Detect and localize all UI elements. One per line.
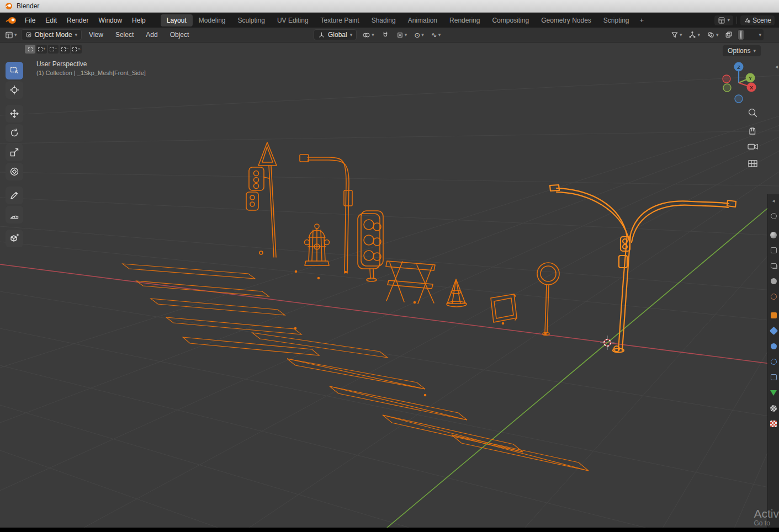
- wireframe-small-traffic-signal[interactable]: [246, 167, 269, 210]
- workspace-tab-uv-editing[interactable]: UV Editing: [271, 14, 315, 26]
- visibility-filter-button[interactable]: ▾: [669, 30, 684, 40]
- properties-tab-constraints[interactable]: [770, 374, 778, 381]
- sidebar-collapse-arrow[interactable]: ◂: [775, 63, 778, 70]
- properties-tab-scene[interactable]: [770, 278, 778, 285]
- orthographic-toggle-button[interactable]: [749, 161, 757, 167]
- options-dropdown[interactable]: Options ▾: [723, 45, 761, 56]
- menu-render[interactable]: Render: [62, 15, 93, 26]
- menu-file[interactable]: File: [20, 15, 40, 26]
- properties-tab-particles[interactable]: [770, 343, 778, 350]
- scene-selector[interactable]: Scene: [740, 15, 775, 25]
- properties-tab-render[interactable]: [770, 231, 778, 238]
- header-right: ▾ ▾ ▾: [669, 28, 764, 42]
- menu-object[interactable]: Object: [165, 29, 194, 40]
- nav-gizmo[interactable]: Z Y X: [723, 62, 756, 103]
- select-mode-set-button[interactable]: [25, 45, 35, 54]
- gizmo-neg-x-ball[interactable]: [723, 75, 730, 83]
- wireframe-framed-sign[interactable]: [491, 294, 517, 322]
- menu-edit[interactable]: Edit: [40, 15, 62, 26]
- select-mode-extend-button[interactable]: +: [36, 45, 47, 54]
- add-workspace-button[interactable]: +: [635, 15, 649, 25]
- add-cube-tool[interactable]: [6, 230, 23, 247]
- annotate-tool[interactable]: [6, 187, 23, 204]
- gizmo-neg-y-ball[interactable]: [723, 84, 731, 92]
- select-mode-intersect-button[interactable]: ∩: [71, 45, 82, 54]
- properties-tab-modifiers[interactable]: [770, 327, 778, 334]
- workspace-tab-modeling[interactable]: Modeling: [193, 14, 232, 26]
- wireframe-street-lamp[interactable]: [300, 155, 352, 273]
- properties-tab-tool[interactable]: [770, 212, 778, 220]
- properties-tab-output[interactable]: [770, 247, 778, 254]
- properties-tab-object-data[interactable]: [770, 389, 778, 396]
- menu-add[interactable]: Add: [141, 29, 162, 40]
- workspace-tab-sculpting[interactable]: Sculpting: [232, 14, 271, 26]
- camera-view-button[interactable]: [748, 145, 757, 150]
- properties-collapse-arrow[interactable]: ◂: [770, 197, 778, 204]
- wireframe-round-sign[interactable]: [537, 263, 559, 336]
- proportional-editing-icon: ⊙: [414, 31, 420, 39]
- wireframe-traffic-cone[interactable]: [447, 279, 467, 307]
- shading-material-button[interactable]: [748, 34, 752, 36]
- properties-tab-world[interactable]: [770, 293, 778, 300]
- shading-rendered-button[interactable]: [752, 34, 757, 36]
- properties-tab-texture[interactable]: [770, 420, 778, 427]
- pivot-point-button[interactable]: ▾: [361, 30, 376, 40]
- wireframe-fire-hydrant[interactable]: [305, 224, 330, 265]
- scale-tool[interactable]: [6, 143, 23, 161]
- gizmos-toggle-button[interactable]: ▾: [687, 30, 702, 40]
- gizmo-neg-z-ball[interactable]: [735, 95, 743, 103]
- proportional-falloff-button[interactable]: ∿ ▾: [430, 30, 442, 40]
- view-layer-switch-button[interactable]: ▾: [714, 15, 733, 25]
- wireframe-barrier-sawhorse[interactable]: [386, 261, 435, 304]
- cursor-tool[interactable]: [6, 81, 23, 99]
- overlays-toggle-button[interactable]: ▾: [705, 30, 720, 40]
- workspace-tab-layout[interactable]: Layout: [161, 14, 193, 26]
- workspace-tab-texture-paint[interactable]: Texture Paint: [315, 14, 365, 26]
- properties-tab-physics[interactable]: [770, 358, 778, 365]
- topbar: File Edit Render Window Help Layout Mode…: [0, 13, 779, 28]
- separator: [736, 17, 737, 24]
- menu-view[interactable]: View: [84, 29, 108, 40]
- shading-wireframe-button[interactable]: [738, 30, 744, 40]
- menu-select[interactable]: Select: [110, 29, 139, 40]
- chevron-down-icon: ▾: [421, 33, 424, 38]
- wireframe-triangle-sign[interactable]: [258, 142, 277, 257]
- xray-toggle-button[interactable]: [723, 30, 734, 40]
- properties-tab-material[interactable]: [770, 405, 778, 412]
- tool-icon: [771, 213, 777, 219]
- select-mode-invert-button[interactable]: ~: [60, 45, 70, 54]
- workspace-tab-scripting[interactable]: Scripting: [597, 14, 635, 26]
- snap-settings-button[interactable]: ▾: [395, 30, 409, 40]
- transform-orientation-dropdown[interactable]: Global ▾: [314, 29, 357, 40]
- zoom-button[interactable]: [749, 109, 757, 117]
- viewport-3d[interactable]: Z Y X + − ~: [0, 42, 779, 528]
- object-icon: [771, 312, 777, 318]
- mode-dropdown[interactable]: Object Mode ▾: [21, 29, 82, 40]
- shading-solid-button[interactable]: [744, 34, 748, 36]
- magnet-icon: [381, 31, 389, 39]
- workspace-tab-geometry-nodes[interactable]: Geometry Nodes: [535, 14, 597, 26]
- snap-toggle-button[interactable]: [380, 30, 391, 40]
- workspace-tab-shading[interactable]: Shading: [365, 14, 402, 26]
- workspace-tab-rendering[interactable]: Rendering: [443, 14, 486, 26]
- properties-tab-view-layer[interactable]: [770, 262, 778, 269]
- transform-tool[interactable]: [6, 163, 23, 180]
- wireframe-double-street-lamp[interactable]: [550, 185, 736, 353]
- properties-tab-object[interactable]: [770, 312, 778, 319]
- menu-window[interactable]: Window: [93, 15, 127, 26]
- workspace-tab-animation[interactable]: Animation: [402, 14, 443, 26]
- select-mode-subtract-button[interactable]: −: [48, 45, 59, 54]
- workspace-tab-compositing[interactable]: Compositing: [486, 14, 535, 26]
- select-box-tool[interactable]: [6, 62, 23, 79]
- measure-tool[interactable]: [6, 206, 23, 224]
- editor-type-button[interactable]: ▾: [3, 30, 19, 40]
- move-tool[interactable]: [6, 105, 23, 123]
- workspace-tabs: Layout Modeling Sculpting UV Editing Tex…: [161, 14, 648, 26]
- proportional-editing-button[interactable]: ⊙ ▾: [412, 30, 425, 40]
- rotate-tool[interactable]: [6, 124, 23, 142]
- wireframe-traffic-light-cluster[interactable]: [358, 211, 383, 281]
- blender-logo-icon[interactable]: [6, 17, 17, 24]
- physics-orbit-icon: [771, 359, 777, 365]
- viewport-canvas[interactable]: Z Y X: [0, 42, 779, 528]
- menu-help[interactable]: Help: [127, 15, 151, 26]
